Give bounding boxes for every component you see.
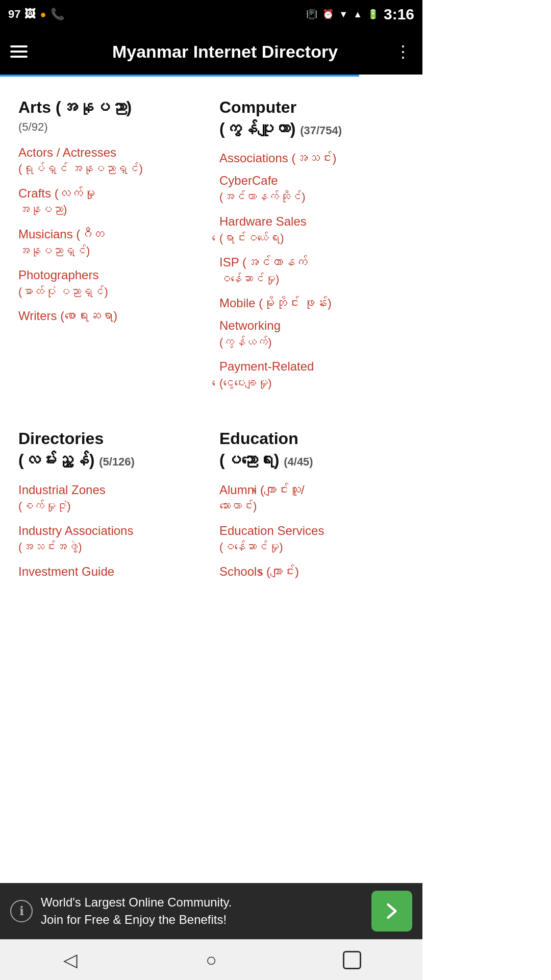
link-group-payment: Payment-Related (ငွေပေးချေမှု) [219,357,404,395]
arts-title-myan: (အနုပညာ) [56,98,132,116]
menu-button[interactable] [10,45,28,58]
hardware-sales-link[interactable]: Hardware Sales [219,212,404,231]
isp-link[interactable]: ISP (အင်တာနက် [219,253,404,272]
status-bar: 97 🖼 ● 📞 📳 ⏰ ▼ ▲ 🔋 3:16 [0,0,422,29]
arts-count: (5/92) [18,120,203,134]
link-group-investment: Investment Guide [18,562,203,581]
education-links: Alumni (ကျောင်းသူ/ သားဟောင်း) Education … [219,480,404,584]
musicians-myan[interactable]: အနုပညာရှင်) [18,244,203,259]
link-group-networking: Networking (ကွန်ယက်) [219,316,404,354]
computer-count: (37/754) [300,124,342,137]
directories-title-myan: (လမ်းညွှန်) [18,451,99,469]
photographers-myan[interactable]: (ဓာတ်ပုံ ပညာရှင်) [18,285,203,300]
education-title: Education [219,428,404,450]
more-options-button[interactable]: ⋮ [395,42,412,61]
record-icon: ● [40,9,46,20]
actors-actresses-myan[interactable]: (ရုပ်ရှင် အနုပညာရှင်) [18,162,203,177]
battery-percent: 97 [8,8,20,21]
link-group-industry-assoc: Industry Associations (အသင်းအဖွဲ့) [18,521,203,559]
directories-count: (5/126) [99,455,135,468]
education-count: (4/45) [284,455,313,468]
computer-section: Computer (ကွန်ပျူတာ) (37/754) Associatio… [211,87,412,408]
education-title-myan-row: (ပညာရေး) (4/45) [219,450,404,471]
recents-icon [343,951,361,969]
writers-link[interactable]: Writers (စာရေးဆရာ) [18,306,203,326]
education-services-myan[interactable]: (ဝန်ဆောင်မှု) [219,540,404,555]
cybercafe-link[interactable]: CyberCafe [219,171,404,190]
alumni-myan[interactable]: သားဟောင်း) [219,499,404,514]
ad-banner: ℹ World's Largest Online Community. Join… [0,883,422,939]
industry-associations-link[interactable]: Industry Associations [18,521,203,541]
section-spacer [10,408,412,418]
directories-links: Industrial Zones (စက်မှုဇုံ) Industry As… [18,480,203,584]
ad-line1: World's Largest Online Community. [41,895,232,909]
link-group-hardware: Hardware Sales (ရောင်းဝယ်ရေး) [219,212,404,250]
call-icon: 📞 [51,8,64,21]
ad-arrow-button[interactable] [371,891,412,932]
home-button[interactable]: ○ [191,945,232,975]
computer-links: Associations (အသင်း) CyberCafe (အင်တာနက်… [219,149,404,398]
education-title-myan: (ပညာရေး) [219,451,284,469]
link-group-writers: Writers (စာရေးဆရာ) [18,306,203,326]
arts-section: Arts (အနုပညာ) (5/92) Actors / Actresses … [10,87,211,408]
arts-links: Actors / Actresses (ရုပ်ရှင် အနုပညာရှင်)… [18,143,203,329]
link-group-education-services: Education Services (ဝန်ဆောင်မှု) [219,521,404,559]
industrial-zones-myan[interactable]: (စက်မှုဇုံ) [18,499,203,514]
actors-actresses-link[interactable]: Actors / Actresses [18,143,203,162]
industry-associations-myan[interactable]: (အသင်းအဖွဲ့) [18,540,203,555]
mobile-link[interactable]: Mobile (မိုဘိုင်း ဖုန်း) [219,293,404,313]
time-display: 3:16 [384,6,414,23]
computer-title-myan: (ကွန်ပျူတာ) [219,119,300,138]
arts-title: Arts (အနုပညာ) [18,97,203,118]
link-group-cybercafe: CyberCafe (အင်တာနက်ဆိုင်) [219,171,404,209]
ad-text: World's Largest Online Community. Join f… [41,894,363,928]
cybercafe-myan[interactable]: (အင်တာနက်ဆိုင်) [219,190,404,205]
education-section: Education (ပညာရေး) (4/45) Alumni (ကျောင်… [211,418,412,594]
bottom-nav: ◁ ○ [0,939,422,980]
isp-myan[interactable]: ဝန်ဆောင်မှု) [219,272,404,287]
networking-myan[interactable]: (ကွန်ယက်) [219,335,404,350]
link-group-photographers: Photographers (ဓာတ်ပုံ ပညာရှင်) [18,265,203,303]
industrial-zones-link[interactable]: Industrial Zones [18,480,203,500]
wifi-icon: ▼ [339,9,348,20]
directories-section: Directories (လမ်းညွှန်) (5/126) Industri… [10,418,211,594]
photo-icon: 🖼 [24,8,36,21]
hardware-sales-myan[interactable]: (ရောင်းဝယ်ရေး) [219,231,404,246]
status-right: 📳 ⏰ ▼ ▲ 🔋 3:16 [306,6,414,23]
recents-button[interactable] [332,945,372,975]
arrow-right-icon [381,900,403,922]
link-group-isp: ISP (အင်တာနက် ဝန်ဆောင်မှု) [219,253,404,290]
education-services-link[interactable]: Education Services [219,521,404,541]
vibrate-icon: 📳 [306,9,317,20]
investment-guide-link[interactable]: Investment Guide [18,562,203,581]
directories-title-myan-row: (လမ်းညွှန်) (5/126) [18,450,203,471]
payment-link[interactable]: Payment-Related [219,357,404,376]
ad-info-icon: ℹ [10,900,33,922]
payment-myan[interactable]: (ငွေပေးချေမှု) [219,376,404,391]
photographers-link[interactable]: Photographers [18,265,203,285]
categories-grid: Arts (အနုပညာ) (5/92) Actors / Actresses … [10,87,412,594]
back-button[interactable]: ◁ [50,945,91,975]
link-group-mobile: Mobile (မိုဘိုင်း ဖုန်း) [219,293,404,313]
alumni-link[interactable]: Alumni (ကျောင်းသူ/ [219,480,404,500]
schools-link[interactable]: Schools (ကျောင်း) [219,562,404,581]
back-icon: ◁ [63,949,78,971]
battery-icon: 🔋 [367,9,379,20]
ad-line2: Join for Free & Enjoy the Benefits! [41,913,227,926]
app-title: Myanmar Internet Directory [38,42,412,62]
computer-title-myan-row: (ကွန်ပျူတာ) (37/754) [219,118,404,140]
musicians-link[interactable]: Musicians (ဂီတ [18,225,203,244]
associations-link[interactable]: Associations (အသင်း) [219,149,404,168]
directories-title: Directories [18,428,203,450]
link-group-alumni: Alumni (ကျောင်းသူ/ သားဟောင်း) [219,480,404,518]
crafts-link[interactable]: Crafts (လက်မှု [18,184,203,203]
link-group-associations: Associations (အသင်း) [219,149,404,168]
crafts-myan[interactable]: အနုပညာ) [18,203,203,217]
arts-title-eng: Arts [18,98,56,116]
main-content: Arts (အနုပညာ) (5/92) Actors / Actresses … [0,77,422,676]
link-group-musicians: Musicians (ဂီတ အနုပညာရှင်) [18,225,203,262]
link-group-schools: Schools (ကျောင်း) [219,562,404,581]
app-bar: Myanmar Internet Directory ⋮ [0,29,422,75]
link-group-actors: Actors / Actresses (ရုပ်ရှင် အနုပညာရှင်) [18,143,203,181]
networking-link[interactable]: Networking [219,316,404,335]
